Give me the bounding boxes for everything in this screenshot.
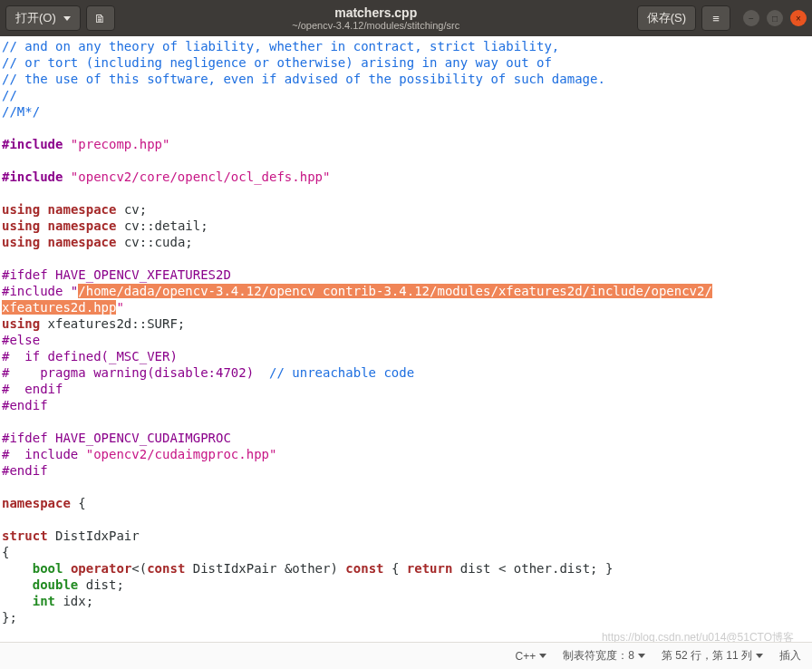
- code-editor[interactable]: // and on any theory of liability, wheth…: [0, 36, 812, 642]
- keyword: namespace: [48, 235, 117, 249]
- type: bool: [33, 561, 63, 576]
- brace: };: [2, 610, 17, 625]
- save-button[interactable]: 保存(S): [637, 5, 696, 31]
- preprocessor: #else: [2, 333, 40, 347]
- insert-mode[interactable]: 插入: [779, 648, 801, 664]
- preprocessor: # if defined(_MSC_VER): [2, 349, 178, 364]
- file-title: matchers.cpp: [121, 5, 632, 20]
- include-directive: #include: [2, 170, 71, 184]
- tabwidth-selector[interactable]: 制表符宽度：8: [563, 648, 645, 664]
- maximize-icon: □: [772, 14, 778, 24]
- titlebar: 打开(O) 🗎 matchers.cpp ~/opencv-3.4.12/mod…: [0, 0, 812, 36]
- chevron-down-icon: [539, 654, 546, 658]
- keyword: using: [2, 202, 40, 217]
- include-path: "opencv2/cudaimgproc.hpp": [86, 447, 277, 461]
- code-text: cv::detail;: [116, 218, 208, 233]
- close-button[interactable]: ×: [790, 10, 807, 26]
- preprocessor: #endif: [2, 398, 48, 412]
- preprocessor: #ifdef HAVE_OPENCV_XFEATURES2D: [2, 267, 231, 282]
- chevron-down-icon: [63, 16, 71, 21]
- language-label: C++: [516, 650, 536, 663]
- type: int: [33, 594, 55, 608]
- code-text: xfeatures2d::SURF;: [40, 316, 185, 331]
- keyword: using: [2, 316, 40, 331]
- string-end: ": [116, 300, 123, 315]
- close-icon: ×: [796, 14, 801, 24]
- open-button[interactable]: 打开(O): [5, 5, 81, 31]
- minimize-icon: −: [749, 14, 754, 24]
- preprocessor: #ifdef HAVE_OPENCV_CUDAIMGPROC: [2, 431, 231, 445]
- minimize-button[interactable]: −: [743, 10, 759, 26]
- comment-line: // or tort (including negligence or othe…: [2, 55, 552, 70]
- include-path: "opencv2/core/opencl/ocl_defs.hpp": [71, 170, 331, 184]
- highlighted-path: /home/dada/opencv-3.4.12/opencv_contrib-…: [78, 284, 712, 298]
- statusbar: C++ 制表符宽度：8 第 52 行，第 11 列 插入: [0, 642, 812, 669]
- window-controls: − □ ×: [743, 10, 807, 26]
- maximize-button[interactable]: □: [767, 10, 783, 26]
- tabwidth-label: 制表符宽度：8: [563, 648, 634, 664]
- code-text: {: [71, 496, 86, 510]
- title-area: matchers.cpp ~/opencv-3.4.12/modules/sti…: [121, 5, 632, 31]
- code-text: dist < other.dist; }: [452, 561, 613, 576]
- highlighted-path: xfeatures2d.hpp: [2, 300, 116, 315]
- keyword: struct: [2, 528, 48, 543]
- comment-line: // and on any theory of liability, wheth…: [2, 39, 559, 53]
- code-text: cv;: [116, 202, 147, 217]
- keyword: const: [345, 561, 383, 576]
- keyword: return: [407, 561, 453, 576]
- preprocessor: # endif: [2, 382, 63, 396]
- position-label: 第 52 行，第 11 列: [662, 648, 752, 664]
- document-icon: 🗎: [94, 12, 106, 25]
- comment: // unreachable code: [254, 365, 414, 380]
- save-label: 保存(S): [647, 10, 686, 26]
- code-text: <(: [131, 561, 147, 576]
- open-label: 打开(O): [15, 10, 56, 26]
- cursor-position[interactable]: 第 52 行，第 11 列: [662, 648, 763, 664]
- comment-line: //: [2, 88, 17, 102]
- language-selector[interactable]: C++: [516, 650, 547, 663]
- comment-line: // the use of this software, even if adv…: [2, 72, 605, 86]
- code-text: DistIdxPair &other): [185, 561, 345, 576]
- include-path: "precomp.hpp": [71, 137, 170, 151]
- keyword: operator: [71, 561, 131, 576]
- preprocessor: # pragma warning(disable:4702): [2, 365, 254, 380]
- keyword: const: [147, 561, 185, 576]
- chevron-down-icon: [638, 654, 645, 658]
- keyword: namespace: [48, 218, 117, 233]
- code-text: cv::cuda;: [116, 235, 192, 249]
- code-text: dist;: [78, 577, 124, 592]
- menu-button[interactable]: ≡: [701, 5, 730, 31]
- include-directive: #include ": [2, 284, 78, 298]
- include-directive: #include: [2, 137, 71, 151]
- keyword: namespace: [48, 202, 117, 217]
- keyword: using: [2, 218, 40, 233]
- struct-name: DistIdxPair: [48, 528, 140, 543]
- new-document-button[interactable]: 🗎: [86, 5, 115, 31]
- chevron-down-icon: [756, 654, 763, 658]
- keyword: namespace: [2, 496, 71, 510]
- comment-line: //M*/: [2, 104, 40, 119]
- code-text: {: [384, 561, 407, 576]
- include-directive: # include: [2, 447, 86, 461]
- mode-label: 插入: [779, 648, 801, 664]
- code-text: idx;: [55, 594, 93, 608]
- type: double: [33, 577, 79, 592]
- hamburger-icon: ≡: [712, 12, 720, 25]
- file-path: ~/opencv-3.4.12/modules/stitching/src: [121, 20, 632, 31]
- brace: {: [2, 545, 9, 559]
- preprocessor: #endif: [2, 463, 48, 478]
- keyword: using: [2, 235, 40, 249]
